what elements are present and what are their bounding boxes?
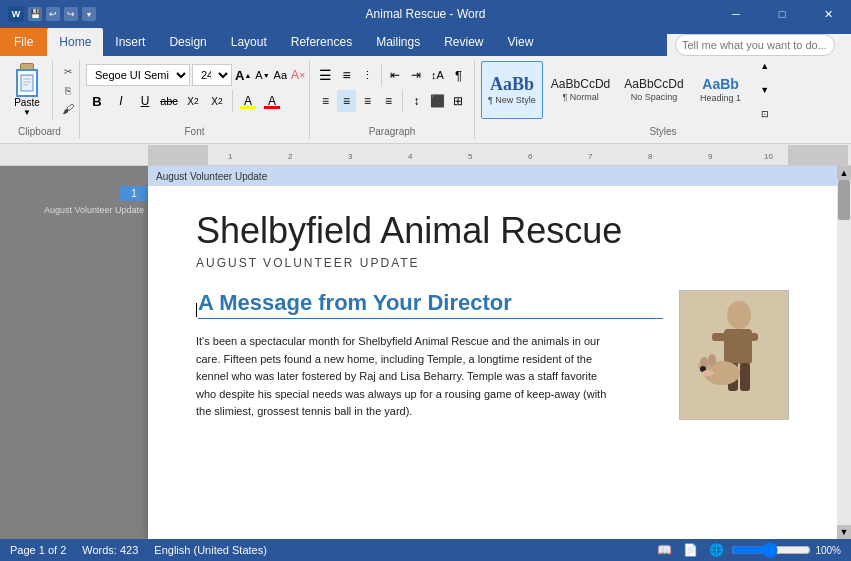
tab-view[interactable]: View bbox=[496, 28, 546, 56]
text-highlight-btn[interactable]: A bbox=[237, 90, 259, 112]
document-body[interactable]: Shelbyfield Animal Rescue AUGUST VOLUNTE… bbox=[148, 186, 837, 539]
justify-btn[interactable]: ≡ bbox=[379, 90, 398, 112]
tab-mailings[interactable]: Mailings bbox=[364, 28, 432, 56]
tab-review[interactable]: Review bbox=[432, 28, 495, 56]
styles-scroll-down[interactable]: ▼ bbox=[754, 79, 776, 101]
ribbon-group-styles: AaBb ¶ New Style AaBbCcDd ¶ Normal AaBbC… bbox=[475, 60, 851, 139]
numbering-btn[interactable]: ≡ bbox=[337, 64, 356, 86]
style-normal-preview: AaBbCcDd bbox=[551, 78, 610, 90]
section-heading-row: A Message from Your Director bbox=[196, 290, 663, 329]
person-dog-svg bbox=[684, 295, 784, 415]
align-left-btn[interactable]: ≡ bbox=[316, 90, 335, 112]
increase-indent-btn[interactable]: ⇥ bbox=[407, 64, 426, 86]
word-count: Words: 423 bbox=[82, 544, 138, 556]
align-right-btn[interactable]: ≡ bbox=[358, 90, 377, 112]
tab-file[interactable]: File bbox=[0, 28, 47, 56]
style-nospacing[interactable]: AaBbCcDd No Spacing bbox=[618, 61, 689, 119]
ribbon-divider bbox=[52, 60, 53, 120]
multilevel-btn[interactable]: ⋮ bbox=[358, 64, 377, 86]
sort-btn[interactable]: ↕A bbox=[428, 64, 447, 86]
strikethrough-button[interactable]: abc bbox=[158, 90, 180, 112]
borders-btn[interactable]: ⊞ bbox=[449, 90, 468, 112]
cut-button[interactable]: ✂ bbox=[57, 62, 79, 80]
read-view-btn[interactable]: 📖 bbox=[653, 539, 675, 561]
svg-text:6: 6 bbox=[528, 152, 533, 161]
tell-me-input[interactable] bbox=[675, 34, 835, 56]
paste-dropdown[interactable]: ▼ bbox=[23, 108, 31, 117]
show-formatting-btn[interactable]: ¶ bbox=[449, 64, 468, 86]
paste-label: Paste bbox=[14, 97, 40, 108]
tab-references[interactable]: References bbox=[279, 28, 364, 56]
restore-btn[interactable]: □ bbox=[759, 0, 805, 28]
styles-expand[interactable]: ⊡ bbox=[754, 103, 776, 120]
status-bar: Page 1 of 2 Words: 423 English (United S… bbox=[0, 539, 851, 561]
tab-insert[interactable]: Insert bbox=[103, 28, 157, 56]
style-nospacing-preview: AaBbCcDd bbox=[624, 78, 683, 90]
subscript-button[interactable]: X2 bbox=[182, 90, 204, 112]
paste-button[interactable]: Paste ▼ bbox=[6, 61, 48, 119]
bullets-btn[interactable]: ☰ bbox=[316, 64, 335, 86]
paste-svg bbox=[20, 74, 34, 92]
tab-home[interactable]: Home bbox=[47, 28, 103, 56]
header-preview: August Volunteer Update bbox=[44, 205, 148, 215]
underline-button[interactable]: U bbox=[134, 90, 156, 112]
tab-layout[interactable]: Layout bbox=[219, 28, 279, 56]
text-cursor bbox=[196, 303, 197, 317]
para-div2 bbox=[402, 90, 403, 112]
document-subtitle: AUGUST VOLUNTEER UPDATE bbox=[196, 256, 789, 270]
svg-text:1: 1 bbox=[228, 152, 233, 161]
font-color-btn[interactable]: A bbox=[261, 90, 283, 112]
decrease-indent-btn[interactable]: ⇤ bbox=[386, 64, 405, 86]
italic-button[interactable]: I bbox=[110, 90, 132, 112]
scroll-up-btn[interactable]: ▲ bbox=[837, 166, 851, 180]
web-view-btn[interactable]: 🌐 bbox=[705, 539, 727, 561]
title-bar: W 💾 ↩ ↪ ▼ Animal Rescue - Word ─ □ ✕ bbox=[0, 0, 851, 28]
decrease-font-btn[interactable]: A▼ bbox=[254, 64, 270, 86]
document-main-col: A Message from Your Director It's been a… bbox=[196, 290, 663, 421]
line-spacing-btn[interactable]: ↕ bbox=[407, 90, 426, 112]
redo-title-btn[interactable]: ↪ bbox=[64, 7, 78, 21]
svg-text:3: 3 bbox=[348, 152, 353, 161]
scroll-thumb[interactable] bbox=[838, 180, 850, 220]
svg-text:10: 10 bbox=[764, 152, 773, 161]
increase-font-btn[interactable]: A▲ bbox=[234, 64, 252, 86]
style-new-label: ¶ New Style bbox=[488, 95, 536, 105]
ruler: 1 2 3 4 5 6 7 8 9 10 bbox=[0, 144, 851, 166]
svg-text:5: 5 bbox=[468, 152, 473, 161]
minimize-btn[interactable]: ─ bbox=[713, 0, 759, 28]
copy-button[interactable]: ⎘ bbox=[57, 81, 79, 99]
document-header-bar: August Volunteer Update bbox=[148, 166, 837, 186]
title-bar-controls: W 💾 ↩ ↪ ▼ bbox=[8, 6, 96, 22]
superscript-button[interactable]: X2 bbox=[206, 90, 228, 112]
save-title-btn[interactable]: 💾 bbox=[28, 7, 42, 21]
bold-button[interactable]: B bbox=[86, 90, 108, 112]
style-normal[interactable]: AaBbCcDd ¶ Normal bbox=[545, 61, 616, 119]
undo-title-btn[interactable]: ↩ bbox=[46, 7, 60, 21]
font-size-select[interactable]: 24 bbox=[192, 64, 232, 86]
svg-rect-6 bbox=[788, 145, 848, 165]
word-icon: W bbox=[8, 6, 24, 22]
change-case-btn[interactable]: Aa bbox=[273, 64, 288, 86]
clear-format-btn[interactable]: A✕ bbox=[290, 64, 307, 86]
scroll-track[interactable] bbox=[837, 180, 851, 525]
close-btn[interactable]: ✕ bbox=[805, 0, 851, 28]
scroll-down-btn[interactable]: ▼ bbox=[837, 525, 851, 539]
font-name-select[interactable]: Segoe UI Semi bbox=[86, 64, 190, 86]
styles-scroll-up[interactable]: ▲ bbox=[754, 60, 776, 77]
ribbon-group-font: Segoe UI Semi 24 A▲ A▼ Aa A✕ B I U abc X… bbox=[80, 60, 310, 139]
scrollbar[interactable]: ▲ ▼ bbox=[837, 166, 851, 539]
clipboard-label: Clipboard bbox=[0, 126, 79, 137]
print-view-btn[interactable]: 📄 bbox=[679, 539, 701, 561]
page-number-badge: 1 bbox=[120, 186, 148, 201]
style-heading1[interactable]: AaBb Heading 1 bbox=[692, 61, 750, 119]
format-painter-button[interactable]: 🖌 bbox=[57, 100, 79, 118]
shading-btn[interactable]: ⬛ bbox=[428, 90, 447, 112]
tab-design[interactable]: Design bbox=[157, 28, 218, 56]
style-new[interactable]: AaBb ¶ New Style bbox=[481, 61, 543, 119]
document-container: August Volunteer Update Shelbyfield Anim… bbox=[148, 166, 851, 539]
language: English (United States) bbox=[154, 544, 267, 556]
customize-btn[interactable]: ▼ bbox=[82, 7, 96, 21]
document-content: A Message from Your Director It's been a… bbox=[196, 290, 789, 421]
align-center-btn[interactable]: ≡ bbox=[337, 90, 356, 112]
zoom-slider[interactable] bbox=[731, 543, 811, 557]
